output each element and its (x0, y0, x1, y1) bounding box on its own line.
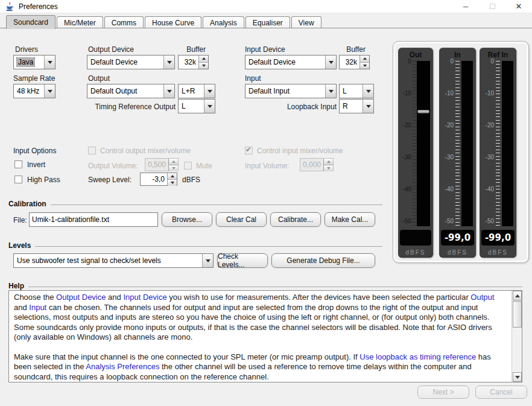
input-select[interactable]: Default Input (245, 84, 337, 98)
spin-down-icon[interactable] (360, 62, 369, 69)
mute-label: Mute (196, 162, 212, 170)
input-channel-select[interactable]: L (339, 84, 374, 98)
output-value: Default Output (87, 84, 163, 98)
scale-tick-label: -30 (398, 154, 411, 160)
chevron-down-icon[interactable] (44, 56, 55, 69)
chevron-down-icon[interactable] (325, 84, 336, 98)
help-section-header: Help (8, 282, 522, 290)
chevron-down-icon[interactable] (325, 56, 336, 69)
scale-tick-label: 0 (439, 58, 454, 65)
chevron-down-icon[interactable] (363, 84, 373, 98)
output-buffer-spinner[interactable]: 32k (178, 55, 209, 69)
input-buffer-label: Buffer (339, 45, 366, 54)
invert-checkbox[interactable] (14, 160, 22, 168)
input-buffer-value: 32k (340, 56, 359, 69)
help-link[interactable]: Output (470, 293, 494, 302)
tab-comms[interactable]: Comms (104, 16, 144, 28)
tab-view[interactable]: View (291, 16, 321, 28)
help-section-label: Help (8, 282, 24, 290)
scale-tick-label: -20 (439, 122, 454, 128)
input-device-select[interactable]: Default Device (245, 55, 337, 69)
sweep-level-unit: dBFS (182, 176, 200, 184)
help-text-segment: and (106, 293, 123, 302)
out-meter-readout (400, 230, 431, 246)
output-label: Output (88, 74, 110, 83)
levels-mode-select[interactable]: Use subwoofer test signal to check/set l… (13, 253, 214, 268)
timing-ref-output-value: L (179, 100, 204, 113)
make-cal-button[interactable]: Make Cal... (325, 212, 375, 227)
spin-down-icon[interactable] (168, 179, 177, 186)
generate-debug-button[interactable]: Generate Debug File... (271, 253, 375, 268)
output-volume-label: Output Volume: (88, 162, 138, 170)
input-device-value: Default Device (245, 56, 325, 69)
ref-in-meter-readout: -99,0 (481, 230, 515, 246)
help-link[interactable]: Use loopback as timing reference (359, 352, 476, 361)
chevron-down-icon[interactable] (204, 100, 215, 113)
levels-section-header: Levels (8, 241, 382, 250)
spin-up-icon[interactable] (199, 56, 208, 62)
scrollbar-thumb[interactable] (513, 301, 522, 328)
sweep-level-spinner[interactable]: -3,0 (140, 173, 177, 186)
drivers-select[interactable]: Java (13, 55, 55, 69)
scale-tick-label: -50 (439, 218, 454, 224)
cal-file-input[interactable]: Umik-1-calibrationfile.txt (29, 212, 158, 227)
spin-down-icon (169, 165, 178, 171)
close-icon[interactable]: ✕ (505, 0, 532, 13)
scroll-down-icon[interactable] (513, 372, 522, 382)
clear-cal-button[interactable]: Clear Cal (216, 212, 267, 227)
scale-tick-label: -30 (480, 154, 494, 160)
chevron-down-icon[interactable] (163, 56, 174, 69)
chevron-down-icon[interactable] (163, 84, 174, 98)
output-volume-slider-handle[interactable] (417, 110, 429, 113)
tab-soundcard[interactable]: Soundcard (6, 15, 55, 29)
output-volume-spinner: 0,500 (145, 158, 179, 171)
scale-tick-label: -40 (439, 186, 454, 192)
chevron-down-icon[interactable] (44, 84, 55, 98)
help-link[interactable]: Input Device (123, 293, 166, 302)
spin-up-icon[interactable] (168, 173, 177, 179)
help-paragraph: Make sure that the input channel is the … (14, 352, 506, 382)
tab-mic-meter[interactable]: Mic/Meter (57, 16, 103, 28)
sweep-level-label: Sweep Level: (88, 176, 131, 184)
browse-button[interactable]: Browse... (162, 212, 212, 227)
help-link[interactable]: Output Device (56, 293, 106, 302)
help-paragraph: Choose the Output Device and Input Devic… (14, 293, 506, 343)
output-buffer-label: Buffer (179, 45, 206, 54)
help-link[interactable]: Analysis Preferences (86, 362, 159, 371)
help-text: Choose the Output Device and Input Devic… (14, 293, 506, 382)
ref-in-meter-unit: dBFS (480, 249, 516, 256)
scale-tick-label: -10 (398, 90, 411, 97)
cal-file-value: Umik-1-calibrationfile.txt (32, 215, 109, 224)
tab-equaliser[interactable]: Equaliser (245, 16, 290, 28)
chevron-down-icon[interactable] (363, 100, 373, 113)
timing-ref-output-select[interactable]: L (178, 99, 215, 113)
scale-tick-label: -40 (398, 186, 411, 192)
help-text-segment: Make sure that the input channel is the … (14, 352, 359, 361)
minimize-icon[interactable]: ─ (452, 0, 479, 13)
help-scrollbar[interactable] (511, 291, 522, 382)
help-link[interactable]: Input (29, 303, 46, 312)
output-channel-select[interactable]: L+R (178, 84, 215, 98)
loopback-input-select[interactable]: R (339, 99, 374, 113)
chevron-down-icon[interactable] (202, 254, 213, 267)
spin-up-icon[interactable] (360, 56, 369, 62)
calibrate-button[interactable]: Calibrate... (270, 212, 321, 227)
cancel-button: Cancel (475, 385, 527, 399)
sample-rate-value: 48 kHz (14, 84, 44, 98)
meter-tick-strip (496, 61, 500, 226)
check-levels-button[interactable]: Check Levels... (217, 253, 268, 268)
tab-house-curve[interactable]: House Curve (145, 16, 201, 28)
output-device-select[interactable]: Default Device (87, 55, 175, 69)
drivers-label: Drivers (15, 45, 38, 54)
sample-rate-select[interactable]: 48 kHz (13, 84, 55, 98)
output-select[interactable]: Default Output (87, 84, 175, 98)
control-output-mixer-label: Control output mixer/volume (100, 147, 191, 155)
chevron-down-icon[interactable] (204, 84, 215, 98)
tab-analysis[interactable]: Analysis (203, 16, 244, 28)
spin-down-icon[interactable] (199, 62, 208, 69)
high-pass-checkbox[interactable] (14, 176, 22, 183)
scroll-up-icon[interactable] (513, 291, 522, 300)
title-bar: Preferences ─ ✕ (0, 0, 532, 13)
input-volume-value: 0,000 (300, 159, 323, 171)
input-buffer-spinner[interactable]: 32k (339, 55, 370, 69)
